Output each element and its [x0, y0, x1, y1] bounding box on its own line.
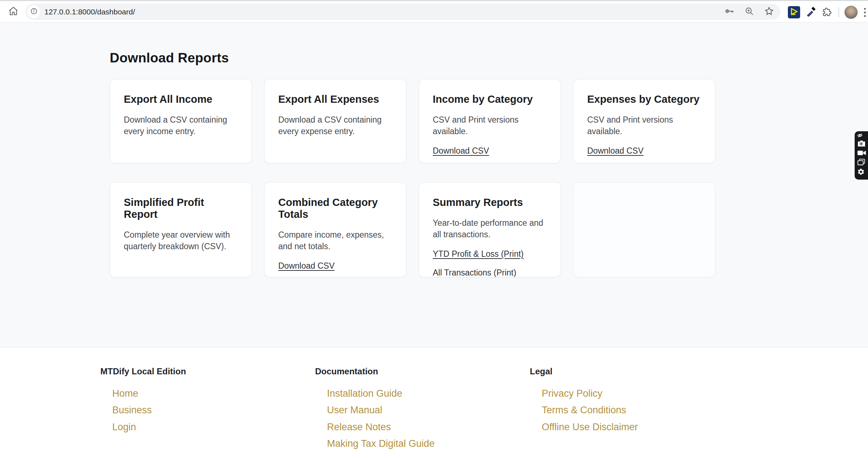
footer-link[interactable]: Privacy Policy	[542, 388, 745, 399]
footer-link[interactable]: Home	[112, 388, 315, 399]
reports-grid: Export All IncomeDownload a CSV containi…	[110, 79, 868, 277]
report-card-description: Year-to-date performance and all transac…	[433, 217, 547, 240]
report-card-link[interactable]: YTD Profit & Loss (Print)	[433, 249, 524, 259]
eye-off-icon	[857, 133, 863, 139]
footer-column-heading: MTDify Local Edition	[100, 366, 315, 376]
page-title: Download Reports	[110, 50, 868, 66]
browser-toolbar: 127.0.0.1:8000/dashboard/	[0, 1, 868, 23]
url-text[interactable]: 127.0.0.1:8000/dashboard/	[44, 8, 715, 16]
report-card-title: Export All Expenses	[278, 93, 392, 105]
report-card-title: Summary Reports	[433, 197, 547, 208]
report-card-description: CSV and Print versions available.	[433, 114, 547, 137]
report-card-link[interactable]: Download CSV	[278, 261, 335, 271]
footer-column-heading: Legal	[530, 366, 745, 376]
star-icon	[764, 6, 775, 18]
password-key-button[interactable]	[724, 6, 735, 18]
footer-column: MTDify Local EditionHomeBusinessLogin	[100, 366, 315, 455]
footer-column: LegalPrivacy PolicyTerms & ConditionsOff…	[530, 366, 745, 455]
report-card-description: Complete year overview with quarterly br…	[124, 229, 238, 252]
report-card-description: Download a CSV containing every income e…	[124, 114, 238, 137]
windows-icon	[857, 159, 865, 167]
site-info-chip[interactable]	[27, 5, 40, 18]
report-card-description: CSV and Print versions available.	[587, 114, 701, 137]
kebab-menu-icon	[864, 8, 866, 17]
footer-link[interactable]: Release Notes	[327, 421, 530, 433]
gear-icon	[857, 168, 865, 177]
empty-card	[573, 182, 715, 277]
report-card: Export All ExpensesDownload a CSV contai…	[264, 79, 406, 163]
dashboard-main: Download Reports Export All IncomeDownlo…	[0, 23, 868, 347]
capture-screenshot-button[interactable]	[857, 141, 868, 148]
report-card: Combined Category TotalsCompare income, …	[264, 182, 406, 277]
key-icon	[724, 6, 735, 18]
capture-record-button[interactable]	[857, 150, 868, 157]
info-icon	[30, 7, 38, 17]
footer-link[interactable]: Terms & Conditions	[542, 404, 745, 416]
footer-link[interactable]: Business	[112, 404, 315, 416]
zoom-button[interactable]	[744, 6, 754, 18]
report-card-link[interactable]: Download CSV	[433, 146, 489, 156]
footer-columns: MTDify Local EditionHomeBusinessLoginDoc…	[100, 366, 868, 455]
report-card: Income by CategoryCSV and Print versions…	[419, 79, 561, 163]
home-icon	[8, 6, 19, 18]
footer-column: DocumentationInstallation GuideUser Manu…	[315, 366, 530, 455]
video-camera-icon	[857, 150, 866, 158]
footer-link[interactable]: Login	[112, 421, 315, 433]
browser-menu-button[interactable]	[863, 6, 866, 18]
bookmark-button[interactable]	[764, 6, 775, 18]
report-card-link[interactable]: All Transactions (Print)	[433, 268, 516, 277]
footer-column-heading: Documentation	[315, 366, 530, 376]
report-card: Simplified Profit ReportComplete year ov…	[110, 182, 252, 277]
report-card-link[interactable]: Download CSV	[587, 146, 644, 156]
home-button[interactable]	[7, 6, 19, 18]
eyedropper-button[interactable]	[804, 6, 817, 20]
window-top-edge	[0, 0, 868, 1]
toolbar-separator	[838, 7, 839, 17]
report-card-title: Export All Income	[124, 93, 238, 105]
footer-link[interactable]: Making Tax Digital Guide	[327, 438, 530, 449]
report-card-title: Simplified Profit Report	[124, 197, 238, 220]
extension-shortcut-button[interactable]	[788, 6, 800, 18]
report-card: Export All IncomeDownload a CSV containi…	[110, 79, 252, 163]
report-card: Expenses by CategoryCSV and Print versio…	[573, 79, 715, 163]
report-card-description: Compare income, expenses, and net totals…	[278, 229, 392, 252]
profile-avatar[interactable]	[844, 5, 858, 19]
camera-icon	[857, 140, 866, 149]
extensions-button[interactable]	[821, 6, 832, 19]
capture-hide-button[interactable]	[857, 133, 868, 138]
report-card-title: Expenses by Category	[587, 93, 701, 105]
capture-settings-button[interactable]	[857, 169, 868, 176]
puzzle-icon	[821, 6, 832, 19]
report-card-description: Download a CSV containing every expense …	[278, 114, 392, 137]
page-footer: MTDify Local EditionHomeBusinessLoginDoc…	[0, 347, 868, 458]
report-card-title: Combined Category Totals	[278, 197, 392, 220]
report-card-title: Income by Category	[433, 93, 547, 105]
magnifier-plus-icon	[744, 6, 754, 18]
eyedropper-icon	[804, 6, 817, 20]
footer-link[interactable]: Installation Guide	[327, 388, 530, 399]
address-bar[interactable]: 127.0.0.1:8000/dashboard/	[25, 4, 780, 20]
footer-link[interactable]: Offline Use Disclaimer	[542, 421, 745, 433]
footer-link[interactable]: User Manual	[327, 404, 530, 416]
capture-windows-button[interactable]	[857, 159, 868, 167]
report-card: Summary ReportsYear-to-date performance …	[419, 182, 561, 277]
blue-yellow-extension-icon	[789, 6, 799, 18]
capture-widget[interactable]	[855, 131, 868, 180]
